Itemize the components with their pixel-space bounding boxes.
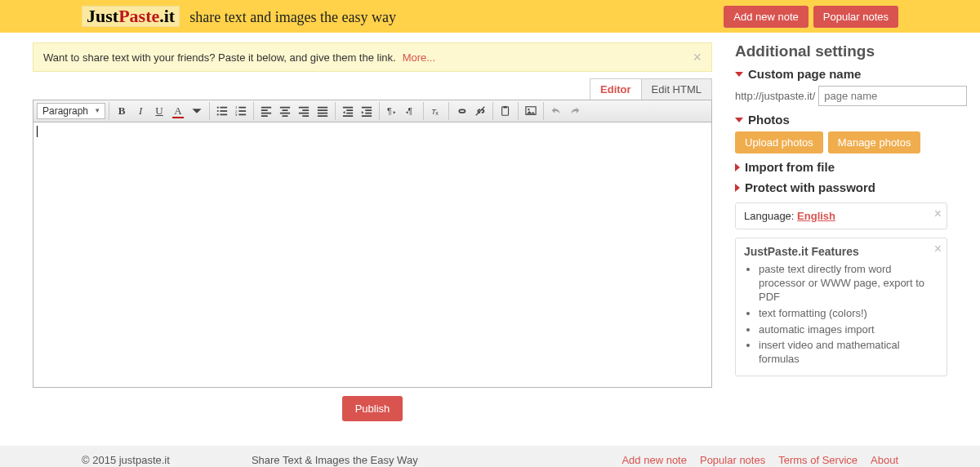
- page-name-input[interactable]: [818, 86, 967, 106]
- svg-rect-5: [220, 114, 227, 116]
- paste-icon[interactable]: [497, 102, 514, 120]
- footer-popular-link[interactable]: Popular notes: [700, 454, 765, 466]
- add-new-note-button[interactable]: Add new note: [724, 6, 808, 28]
- manage-photos-button[interactable]: Manage photos: [828, 131, 921, 153]
- undo-icon[interactable]: [547, 102, 565, 120]
- caret-down-icon: [735, 72, 743, 77]
- bullet-list-icon[interactable]: [213, 102, 231, 120]
- tab-edit-html[interactable]: Edit HTML: [641, 78, 712, 100]
- section-import-from-file[interactable]: Import from file: [735, 160, 947, 174]
- pilcrow-ltr-icon[interactable]: ¶: [383, 102, 401, 120]
- svg-rect-14: [261, 113, 271, 114]
- svg-rect-20: [299, 107, 309, 109]
- upload-photos-button[interactable]: Upload photos: [735, 131, 823, 153]
- feature-item: insert video and mathematical formulas: [759, 339, 938, 367]
- svg-rect-25: [318, 109, 327, 111]
- tip-bar: Want to share text with your friends? Pa…: [33, 42, 712, 72]
- color-dropdown-icon[interactable]: [188, 102, 206, 120]
- svg-text:¶: ¶: [387, 106, 392, 116]
- svg-rect-42: [503, 106, 506, 109]
- caret-down-icon: [735, 118, 743, 122]
- footer-about-link[interactable]: About: [871, 454, 898, 466]
- publish-button[interactable]: Publish: [342, 396, 403, 421]
- italic-button[interactable]: I: [131, 102, 149, 120]
- section-photos[interactable]: Photos: [735, 113, 947, 127]
- bold-button[interactable]: B: [113, 102, 131, 120]
- svg-rect-27: [318, 115, 327, 117]
- align-justify-icon[interactable]: [314, 102, 332, 120]
- svg-rect-35: [362, 115, 372, 117]
- features-panel: × JustPaste.it Features paste text direc…: [735, 238, 947, 376]
- link-icon[interactable]: [452, 102, 470, 120]
- numbered-list-icon[interactable]: 123: [232, 102, 250, 120]
- logo[interactable]: JustPaste.it share text and images the e…: [82, 6, 396, 27]
- features-title: JustPaste.it Features: [744, 245, 938, 258]
- feature-item: automatic images import: [759, 323, 938, 337]
- close-icon[interactable]: ×: [934, 207, 942, 221]
- footer-slogan: Share Text & Images the Easy Way: [252, 454, 418, 466]
- editor-tabs: Editor Edit HTML: [33, 78, 712, 100]
- svg-text:¶: ¶: [408, 106, 413, 116]
- logo-just: Just: [87, 6, 118, 27]
- redo-icon[interactable]: [566, 102, 584, 120]
- image-icon[interactable]: [522, 102, 540, 120]
- caret-right-icon: [735, 184, 740, 192]
- svg-rect-1: [220, 107, 227, 109]
- svg-rect-21: [302, 109, 309, 111]
- svg-rect-11: [238, 114, 246, 116]
- svg-rect-30: [346, 113, 353, 114]
- close-icon[interactable]: ×: [934, 242, 942, 256]
- svg-point-44: [528, 109, 529, 110]
- editor-textarea[interactable]: [33, 122, 712, 388]
- text-color-button[interactable]: A: [169, 102, 187, 120]
- footer-tos-link[interactable]: Terms of Service: [778, 454, 858, 466]
- svg-text:x: x: [435, 110, 439, 116]
- section-protect-password[interactable]: Protect with password: [735, 180, 947, 194]
- copyright: © 2015 justpaste.it: [82, 454, 170, 466]
- url-prefix: http://justpaste.it/: [735, 90, 815, 102]
- header: JustPaste.it share text and images the e…: [0, 0, 980, 33]
- language-link[interactable]: English: [797, 210, 835, 222]
- align-center-icon[interactable]: [276, 102, 294, 120]
- svg-rect-13: [261, 109, 268, 111]
- svg-rect-15: [261, 115, 268, 117]
- section-custom-page-name[interactable]: Custom page name: [735, 67, 947, 81]
- svg-text:3: 3: [235, 113, 238, 117]
- svg-point-2: [217, 110, 219, 112]
- editor-toolbar: Paragraph B I U A 123: [33, 100, 712, 122]
- svg-rect-23: [302, 115, 309, 117]
- feature-item: paste text directly from word processor …: [759, 263, 938, 305]
- tip-text: Want to share text with your friends? Pa…: [43, 51, 396, 64]
- indent-icon[interactable]: [358, 102, 376, 120]
- tip-more-link[interactable]: More...: [403, 51, 435, 64]
- svg-rect-32: [362, 107, 372, 109]
- tab-editor[interactable]: Editor: [590, 78, 642, 100]
- tip-close-icon[interactable]: ×: [693, 50, 702, 64]
- language-label: Language:: [744, 210, 794, 222]
- caret-right-icon: [735, 163, 740, 171]
- svg-point-0: [217, 107, 219, 109]
- align-right-icon[interactable]: [295, 102, 313, 120]
- svg-rect-19: [283, 115, 288, 117]
- popular-notes-button[interactable]: Popular notes: [813, 6, 898, 28]
- svg-rect-17: [283, 109, 288, 111]
- svg-rect-22: [299, 113, 309, 114]
- feature-item: text formatting (colors!): [759, 307, 938, 321]
- language-panel: × Language: English: [735, 202, 947, 229]
- svg-rect-18: [280, 113, 290, 114]
- underline-button[interactable]: U: [150, 102, 168, 120]
- svg-rect-33: [365, 109, 372, 111]
- svg-rect-24: [318, 107, 327, 109]
- paragraph-select[interactable]: Paragraph: [37, 103, 105, 119]
- align-left-icon[interactable]: [257, 102, 275, 120]
- footer: © 2015 justpaste.it Share Text & Images …: [0, 446, 980, 467]
- svg-rect-3: [220, 110, 227, 112]
- footer-add-note-link[interactable]: Add new note: [621, 454, 687, 466]
- svg-rect-28: [343, 107, 353, 109]
- clear-format-icon[interactable]: Tx: [427, 102, 445, 120]
- pilcrow-rtl-icon[interactable]: ¶: [402, 102, 420, 120]
- sidebar-title: Additional settings: [735, 42, 947, 60]
- unlink-icon[interactable]: [471, 102, 489, 120]
- svg-point-4: [217, 113, 219, 115]
- outdent-icon[interactable]: [339, 102, 357, 120]
